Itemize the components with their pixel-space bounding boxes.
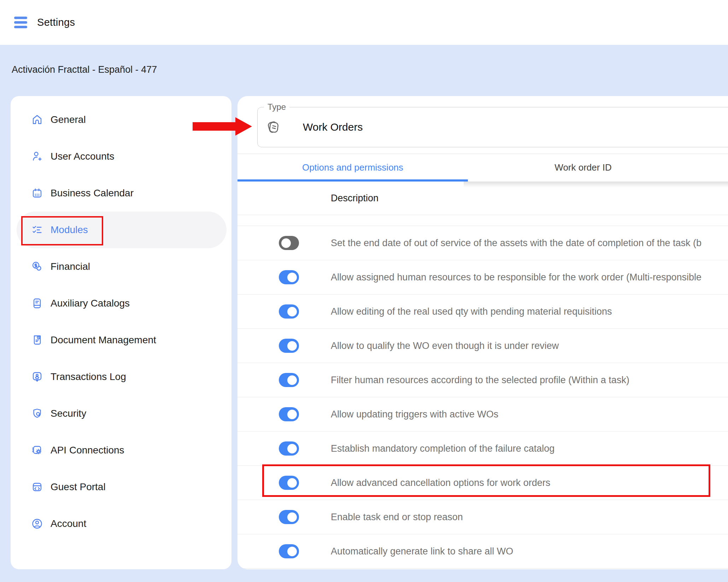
permissions-list: Set the end date of out of service of th…: [237, 226, 728, 569]
tab-bar: Options and permissions Work order ID: [237, 154, 728, 182]
sidebar-item-label: API Connections: [51, 445, 124, 456]
book-icon: [31, 297, 43, 309]
toggle-switch-on[interactable]: [279, 407, 299, 421]
permission-row: Allow editing of the real used qty with …: [237, 295, 728, 329]
home-icon: [31, 114, 43, 126]
toggle-thumb: [281, 238, 291, 248]
sidebar-item-label: Document Management: [51, 334, 156, 346]
sidebar-item-modules[interactable]: Modules: [17, 212, 227, 248]
permission-row: Allow assigned human resources to be res…: [237, 260, 728, 295]
page-title: Settings: [37, 17, 75, 28]
toggle-thumb: [287, 375, 297, 385]
main-content-card: Type Work Orders Options and permissions…: [237, 96, 728, 569]
sidebar-item-business-calendar[interactable]: Business Calendar: [17, 175, 227, 212]
document-clock-icon: [31, 334, 43, 346]
toggle-thumb: [287, 444, 297, 453]
toggle-thumb: [287, 341, 297, 351]
header-separator: [237, 215, 728, 215]
hamburger-menu-icon[interactable]: [14, 17, 27, 28]
toggle-thumb: [287, 410, 297, 419]
tab-work-order-id[interactable]: Work order ID: [468, 154, 698, 182]
toggle-switch-on[interactable]: [279, 510, 299, 524]
permission-description: Automatically generate link to share all…: [331, 534, 513, 568]
type-field-value: Work Orders: [303, 107, 363, 147]
permission-description: Enable task end or stop reason: [331, 500, 463, 534]
app-header: Settings: [0, 0, 728, 45]
sidebar-item-general[interactable]: General: [17, 101, 227, 138]
account-circle-icon: [31, 518, 43, 530]
api-chip-icon: [31, 444, 43, 456]
permission-row: Automatically generate link to share all…: [237, 534, 728, 569]
coin-icon: [31, 261, 43, 273]
user-add-icon: [31, 150, 43, 162]
toggle-thumb: [287, 478, 297, 488]
sidebar-item-guest-portal[interactable]: Guest Portal: [17, 469, 227, 505]
sidebar-item-financial[interactable]: Financial: [17, 248, 227, 285]
toggle-switch-on[interactable]: [279, 339, 299, 353]
sidebar-item-label: Guest Portal: [51, 481, 106, 493]
tab-options-and-permissions[interactable]: Options and permissions: [237, 154, 468, 182]
toggle-switch-on[interactable]: [279, 441, 299, 456]
permission-row: Establish mandatory completion of the fa…: [237, 432, 728, 466]
toggle-thumb: [287, 512, 297, 522]
permission-row: Enable task end or stop reason: [237, 500, 728, 534]
sidebar-item-user-accounts[interactable]: User Accounts: [17, 138, 227, 175]
checklist-icon: [31, 224, 43, 236]
toggle-switch-on[interactable]: [279, 476, 299, 490]
permission-description: Establish mandatory completion of the fa…: [331, 432, 554, 465]
description-column-header: Description: [331, 182, 393, 215]
person-badge-icon: [31, 371, 43, 383]
toggle-thumb: [287, 273, 297, 282]
sidebar-item-label: General: [51, 114, 86, 125]
toggle-switch-on[interactable]: [279, 304, 299, 319]
permission-description: Allow updating triggers with active WOs: [331, 397, 498, 431]
sidebar-item-label: User Accounts: [51, 151, 115, 162]
sidebar-item-document-management[interactable]: Document Management: [17, 322, 227, 358]
work-orders-icon: [265, 119, 282, 136]
sidebar-item-label: Account: [51, 518, 86, 529]
calendar-icon: [31, 187, 43, 199]
permission-description: Allow to qualify the WO even though it i…: [331, 329, 559, 363]
sidebar-item-label: Transactions Log: [51, 371, 126, 382]
toggle-thumb: [287, 547, 297, 556]
browser-code-icon: [31, 481, 43, 493]
sidebar-item-label: Security: [51, 408, 86, 419]
sidebar-item-label: Modules: [51, 224, 88, 236]
sidebar-item-transactions-log[interactable]: Transactions Log: [17, 358, 227, 395]
sidebar-item-label: Financial: [51, 261, 90, 272]
permission-description: Filter human resources according to the …: [331, 363, 629, 397]
toggle-switch-off[interactable]: [279, 236, 299, 250]
permission-row: Set the end date of out of service of th…: [237, 226, 728, 260]
type-field-label: Type: [264, 102, 289, 112]
permission-row: Filter human resources according to the …: [237, 363, 728, 397]
toggle-thumb: [287, 307, 297, 316]
permission-description: Allow editing of the real used qty with …: [331, 295, 612, 328]
permission-description: Allow advanced cancellation options for …: [331, 466, 550, 500]
toggle-switch-on[interactable]: [279, 270, 299, 284]
permission-description: Set the end date of out of service of th…: [331, 226, 701, 260]
sidebar-item-security[interactable]: Security: [17, 395, 227, 432]
permission-row: Allow updating triggers with active WOs: [237, 397, 728, 432]
permission-row: Allow advanced cancellation options for …: [237, 466, 728, 500]
toggle-switch-on[interactable]: [279, 373, 299, 387]
company-subtitle: Activación Fracttal - Español - 477: [12, 64, 157, 75]
toggle-switch-on[interactable]: [279, 544, 299, 558]
permission-row: Allow to qualify the WO even though it i…: [237, 329, 728, 363]
sidebar-item-api-connections[interactable]: API Connections: [17, 432, 227, 469]
permission-description: Allow assigned human resources to be res…: [331, 260, 701, 294]
type-field[interactable]: Type Work Orders: [257, 107, 728, 147]
sidebar-item-label: Business Calendar: [51, 188, 134, 199]
sidebar-item-label: Auxiliary Catalogs: [51, 298, 130, 309]
settings-sidebar: General User Accounts Business Calendar …: [11, 96, 231, 569]
shield-icon: [31, 408, 43, 420]
sidebar-item-auxiliary-catalogs[interactable]: Auxiliary Catalogs: [17, 285, 227, 322]
tabbar-shadow: [464, 182, 728, 188]
sidebar-item-account[interactable]: Account: [17, 505, 227, 542]
